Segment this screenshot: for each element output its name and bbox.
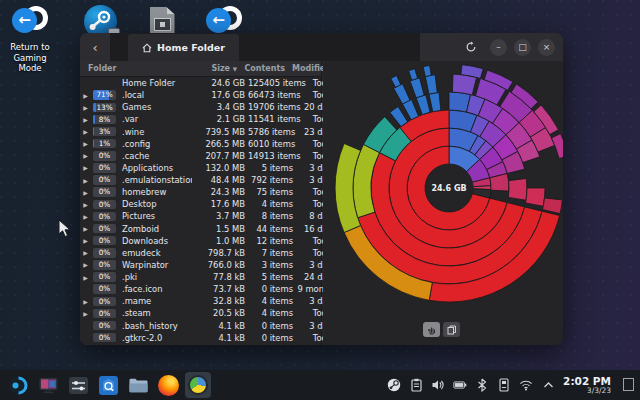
home-icon xyxy=(142,43,152,53)
tray-battery-icon[interactable] xyxy=(453,378,467,392)
folder-size: 766.0 kB xyxy=(192,260,248,270)
refresh-button[interactable] xyxy=(462,39,479,56)
folder-contents: 11541 items xyxy=(248,114,296,124)
expand-arrow-icon[interactable]: ▶ xyxy=(80,249,91,256)
expand-arrow-icon[interactable]: ▶ xyxy=(80,152,91,159)
sunburst-segment[interactable] xyxy=(508,179,527,201)
table-row[interactable]: Home Folder24.6 GB125405 itemsToday xyxy=(80,77,321,89)
folder-size: 3.7 MB xyxy=(192,211,248,221)
file-manager-button[interactable] xyxy=(125,372,151,398)
expand-arrow-icon[interactable]: ▶ xyxy=(80,104,91,111)
expand-arrow-icon[interactable]: ▶ xyxy=(80,164,91,171)
folder-contents: 14913 items xyxy=(248,151,296,161)
taskbar: 2:02 PM 3/3/23 xyxy=(0,370,640,400)
sunburst-segment[interactable] xyxy=(452,74,476,95)
folder-name: .pki xyxy=(118,272,192,282)
expand-arrow-icon[interactable]: ▶ xyxy=(80,298,91,305)
expand-arrow-icon[interactable]: ▶ xyxy=(80,213,91,220)
table-row[interactable]: ▶0%Downloads1.0 MB12 itemsToday xyxy=(80,235,321,247)
hand-tool-button[interactable] xyxy=(423,322,440,337)
expand-arrow-icon[interactable]: ▶ xyxy=(80,177,91,184)
column-size[interactable]: Size ▼ xyxy=(192,64,240,73)
table-row[interactable]: ▶0%.pki77.8 kB5 items24 days xyxy=(80,271,321,283)
folder-contents: 7 items xyxy=(248,248,296,258)
sunburst-chart[interactable]: 24.6 GB xyxy=(323,61,563,345)
percent-bar: 0% xyxy=(93,163,116,173)
minimize-button[interactable]: – xyxy=(490,39,507,56)
close-button[interactable]: × xyxy=(538,39,555,56)
copy-files-button[interactable] xyxy=(443,322,460,337)
sunburst-segment[interactable] xyxy=(391,76,401,88)
expand-arrow-icon[interactable]: ▶ xyxy=(80,140,91,147)
percent-bar: 3% xyxy=(93,127,116,137)
folder-name: .wine xyxy=(118,127,192,137)
table-row[interactable]: ▶0%Applications132.0 MB5 items3 days xyxy=(80,162,321,174)
app-launcher-button[interactable] xyxy=(5,372,31,398)
table-row[interactable]: ▶0%.emulationstation48.4 MB792 items3 da… xyxy=(80,174,321,186)
show-desktop-button[interactable] xyxy=(623,378,634,391)
tray-expand-icon[interactable] xyxy=(541,378,555,392)
folder-size: 207.7 MB xyxy=(192,151,248,161)
clock[interactable]: 2:02 PM 3/3/23 xyxy=(563,376,611,395)
gaming-mode-arrow-icon: ← xyxy=(206,8,231,33)
sort-desc-icon: ▼ xyxy=(233,66,237,72)
tray-volume-icon[interactable] xyxy=(431,378,445,392)
table-row[interactable]: ▶0%.cache207.7 MB14913 itemsToday xyxy=(80,150,321,162)
folder-size: 4.1 kB xyxy=(192,333,248,343)
back-button[interactable]: ‹ xyxy=(80,40,110,55)
sunburst-segment[interactable] xyxy=(423,66,431,77)
table-row[interactable]: ▶0%Pictures3.7 MB8 items8 days xyxy=(80,210,321,222)
expand-arrow-icon[interactable]: ▶ xyxy=(80,225,91,232)
sunburst-segment[interactable] xyxy=(543,198,563,214)
sunburst-segment[interactable] xyxy=(390,107,408,127)
table-row[interactable]: ▶3%.wine739.5 MB5786 items23 days xyxy=(80,126,321,138)
expand-arrow-icon[interactable]: ▶ xyxy=(80,201,91,208)
sunburst-segment[interactable] xyxy=(410,78,424,98)
column-contents[interactable]: Contents xyxy=(240,64,288,73)
table-row[interactable]: ▶0%.mame32.8 kB4 items3 days xyxy=(80,295,321,307)
sunburst-segment[interactable] xyxy=(526,188,545,206)
table-row[interactable]: 0%.gtkrc-2.04.1 kB0 itemsToday xyxy=(80,332,321,344)
firefox-button[interactable] xyxy=(155,372,181,398)
table-row[interactable]: ▶0%emudeck798.7 kB7 itemsToday xyxy=(80,247,321,259)
table-row[interactable]: ▶8%.var2.1 GB11541 itemsToday xyxy=(80,113,321,125)
tray-steam-icon[interactable] xyxy=(387,378,401,392)
expand-arrow-icon[interactable]: ▶ xyxy=(80,310,91,317)
sunburst-segment[interactable] xyxy=(429,93,441,112)
expand-arrow-icon[interactable]: ▶ xyxy=(80,237,91,244)
expand-arrow-icon[interactable]: ▶ xyxy=(80,92,91,99)
table-row[interactable]: 0%.face.icon73.7 kB0 items9 months xyxy=(80,283,321,295)
tab-home-folder[interactable]: Home Folder xyxy=(128,34,239,61)
expand-arrow-icon[interactable]: ▶ xyxy=(80,128,91,135)
desktop-icon-return-to-gaming-mode[interactable]: ← Return to Gaming Mode xyxy=(8,5,52,74)
maximize-button[interactable]: □ xyxy=(514,39,531,56)
expand-arrow-icon[interactable]: ▶ xyxy=(80,116,91,123)
column-folder[interactable]: Folder xyxy=(80,64,192,73)
sunburst-segment[interactable] xyxy=(425,75,437,94)
table-row[interactable]: ▶1%.config266.5 MB6010 itemsToday xyxy=(80,138,321,150)
tray-wifi-icon[interactable] xyxy=(519,378,533,392)
percent-bar: 0% xyxy=(93,212,116,222)
folder-name: .cache xyxy=(118,151,192,161)
files-icon xyxy=(447,325,457,335)
filelight-task-button[interactable] xyxy=(185,372,211,398)
discover-button[interactable] xyxy=(95,372,121,398)
expand-arrow-icon[interactable]: ▶ xyxy=(80,274,91,281)
sunburst-segment[interactable] xyxy=(416,95,430,115)
table-row[interactable]: 0%.bash_history4.1 kB0 items3 days xyxy=(80,320,321,332)
table-row[interactable]: ▶0%.steam20.5 kB4 itemsToday xyxy=(80,307,321,319)
tray-removable-device-icon[interactable] xyxy=(497,378,511,392)
table-row[interactable]: ▶13%Games3.4 GB19706 items20 days xyxy=(80,101,321,113)
table-row[interactable]: ▶71%.local17.6 GB66473 itemsToday xyxy=(80,89,321,101)
table-row[interactable]: ▶0%Zomboid1.5 MB44 items16 days xyxy=(80,223,321,235)
sunburst-segment[interactable] xyxy=(409,69,418,80)
expand-arrow-icon[interactable]: ▶ xyxy=(80,261,91,268)
tray-clipboard-icon[interactable] xyxy=(409,378,423,392)
system-settings-button[interactable] xyxy=(65,372,91,398)
tray-bluetooth-icon[interactable] xyxy=(475,378,489,392)
expand-arrow-icon[interactable]: ▶ xyxy=(80,189,91,196)
display-settings-button[interactable] xyxy=(35,372,61,398)
table-row[interactable]: ▶0%Desktop17.6 MB4 itemsToday xyxy=(80,198,321,210)
table-row[interactable]: ▶0%Warpinator766.0 kB3 items3 days xyxy=(80,259,321,271)
table-row[interactable]: ▶0%homebrew24.3 MB75 itemsToday xyxy=(80,186,321,198)
